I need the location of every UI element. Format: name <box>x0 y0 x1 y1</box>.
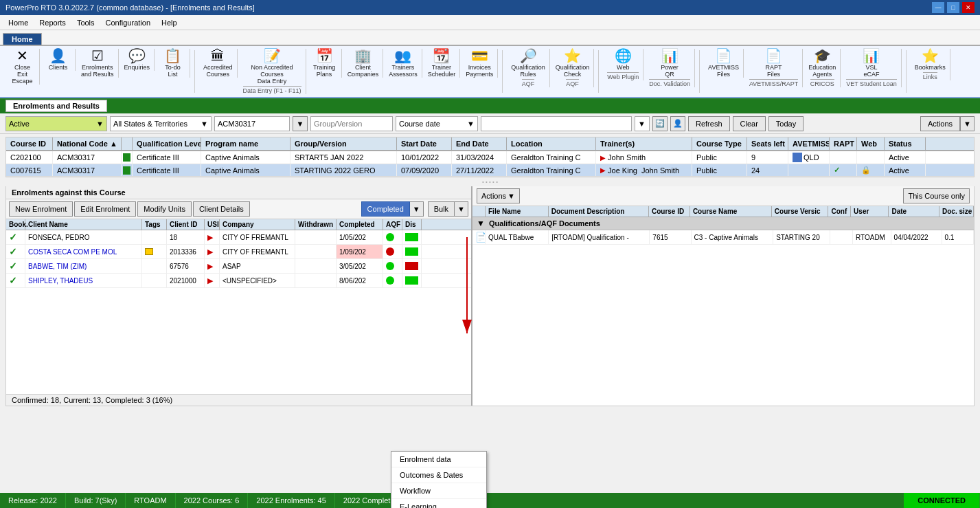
enr-col-clientid[interactable]: Client ID <box>167 219 205 230</box>
ribbon-group-qual-check[interactable]: ⭐ QualificationCheck AQF <box>551 49 595 87</box>
ribbon-group-todo[interactable]: 📋 To-doList <box>156 49 190 78</box>
col-course-type[interactable]: Course Type <box>692 137 747 150</box>
ribbon-tab-home[interactable]: Home <box>3 33 42 45</box>
enr-col-tags[interactable]: Tags <box>142 219 167 230</box>
enr-row-3[interactable]: ✓ BABWE, TIM (ZIM) 67576 ▶ ASAP 3/05/202 <box>6 259 471 274</box>
enr-col-completed[interactable]: Completed <box>337 219 383 230</box>
doc-col-coursename[interactable]: Course Name <box>690 206 772 217</box>
menu-item-elearning[interactable]: E-Learning <box>391 499 486 508</box>
modify-units-button[interactable]: Modify Units <box>137 201 192 217</box>
minimize-button[interactable]: — <box>932 2 944 13</box>
active-tab-enrolments[interactable]: Enrolments and Results <box>5 100 107 112</box>
doc-col-description[interactable]: Document Description <box>549 206 649 217</box>
enr-col-dis[interactable]: Dis <box>402 219 422 230</box>
ribbon-group-qual-rules[interactable]: 🔎 QualificationRules AQF <box>507 49 550 87</box>
new-enrolment-button[interactable]: New Enrolment <box>9 201 73 217</box>
col-national-code[interactable]: National Code ▲ <box>53 137 122 150</box>
completed-arrow[interactable]: ▼ <box>410 201 424 217</box>
ribbon-group-non-accredited[interactable]: 📝 Non AccreditedCoursesData Entry Data E… <box>239 49 306 94</box>
resize-handle[interactable]: • • • • • <box>0 177 980 186</box>
menu-item-outcomes[interactable]: Outcomes & Dates <box>391 467 486 483</box>
col-qual-level[interactable]: Qualification Level <box>133 137 201 150</box>
filter-icon[interactable]: ▼ <box>293 116 308 131</box>
enr-col-company[interactable]: Company <box>220 219 295 230</box>
ribbon-group-clients[interactable]: 👤 Clients <box>41 49 76 71</box>
group-version-input[interactable] <box>310 116 393 131</box>
enr-col-withdrawn[interactable]: Withdrawn <box>295 219 337 230</box>
col-start-date[interactable]: Start Date <box>397 137 452 150</box>
doc-group-expand-icon[interactable]: ▼ <box>477 219 485 228</box>
ribbon-group-client-companies[interactable]: 🏢 ClientCompanies <box>343 49 384 78</box>
grid-row-1[interactable]: C202100 ACM30317 Certificate III Captive… <box>6 151 974 164</box>
close-button[interactable]: ✕ <box>962 2 975 13</box>
col-status[interactable]: Status <box>885 137 926 150</box>
ribbon-group-power-qr[interactable]: 📊 PowerQR Doc. Validation <box>645 49 695 87</box>
bulk-button[interactable]: Bulk <box>428 201 455 217</box>
completed-button[interactable]: Completed <box>361 201 410 217</box>
col-course-id[interactable]: Course ID <box>6 137 53 150</box>
doc-col-filename[interactable]: File Name <box>486 206 549 217</box>
status-dropdown[interactable]: Active ▼ <box>5 116 107 131</box>
enr-row-4[interactable]: ✓ SHIPLEY, THADEUS 2021000 ▶ <UNSPECIFIE… <box>6 274 471 288</box>
enr-col-name[interactable]: Client Name <box>25 219 142 230</box>
ribbon-group-invoices[interactable]: 💳 InvoicesPayments <box>461 49 498 78</box>
refresh-button[interactable]: Refresh <box>688 116 730 131</box>
enr-col-book[interactable]: Book. <box>6 219 25 230</box>
col-seats-left[interactable]: Seats left <box>747 137 788 150</box>
course-date-dropdown[interactable]: Course date ▼ <box>396 116 478 131</box>
col-group-version[interactable]: Group/Version <box>290 137 397 150</box>
doc-row-1[interactable]: 📄 QUAL TBabwe [RTOADM] Qualification - 7… <box>472 230 974 245</box>
ribbon-group-accredited[interactable]: 🏛 AccreditedCourses <box>199 49 238 78</box>
doc-course-filter-button[interactable]: This Course only <box>903 188 970 203</box>
menu-tools[interactable]: Tools <box>71 17 100 28</box>
states-dropdown[interactable]: All States & Territories ▼ <box>110 116 212 131</box>
bulk-arrow[interactable]: ▼ <box>455 201 468 217</box>
doc-col-docsize[interactable]: Doc. size <box>939 206 974 217</box>
actions-button[interactable]: Actions <box>920 116 960 131</box>
ribbon-group-close[interactable]: ✕ CloseExitEscape <box>5 49 40 85</box>
actions-arrow[interactable]: ▼ <box>960 116 975 131</box>
ribbon-group-training-plans[interactable]: 📅 TrainingPlans <box>308 49 342 78</box>
ribbon-group-education[interactable]: 🎓 EducationAgents CRICOS <box>804 49 841 87</box>
col-avetmiss[interactable]: AVETMISS <box>788 137 830 150</box>
course-code-input[interactable] <box>214 116 290 131</box>
enr-col-usi[interactable]: USI <box>205 219 220 230</box>
ribbon-group-enquiries[interactable]: 💬 Enquiries <box>120 49 155 71</box>
date-range-input[interactable] <box>481 116 632 131</box>
grid-row-2[interactable]: C007615 ACM30317 Certificate III Captive… <box>6 164 974 177</box>
doc-col-courseversion[interactable]: Course Versic <box>772 206 829 217</box>
ribbon-group-vsl[interactable]: 📊 VSLeCAF VET Student Loan <box>842 49 901 87</box>
menu-home[interactable]: Home <box>3 17 34 28</box>
doc-col-user[interactable]: User <box>851 206 889 217</box>
enr-row-1[interactable]: ✓ FONSECA, PEDRO 18 ▶ CITY OF FREMANTL 1… <box>6 230 471 245</box>
ribbon-group-rapt[interactable]: 📄 RAPTFiles AVETMISS/RAPT <box>745 49 803 87</box>
doc-col-courseid[interactable]: Course ID <box>649 206 690 217</box>
user-icon[interactable]: 👤 <box>670 116 685 131</box>
date-range-dropdown[interactable]: ▼ <box>635 116 650 131</box>
today-button[interactable]: Today <box>768 116 804 131</box>
menu-reports[interactable]: Reports <box>34 17 71 28</box>
menu-item-enrolment-data[interactable]: Enrolment data <box>391 452 486 467</box>
edit-enrolment-button[interactable]: Edit Enrolment <box>74 201 136 217</box>
doc-col-conf[interactable]: Conf <box>828 206 851 217</box>
client-details-button[interactable]: Client Details <box>193 201 250 217</box>
enr-col-aqf[interactable]: AQF <box>383 219 402 230</box>
col-web[interactable]: Web <box>857 137 885 150</box>
ribbon-group-scheduler[interactable]: 📆 TrainerScheduler <box>424 49 461 78</box>
ribbon-group-enrolments[interactable]: ☑ Enrolmentsand Results <box>77 49 119 78</box>
menu-help[interactable]: Help <box>156 17 183 28</box>
menu-configuration[interactable]: Configuration <box>100 17 156 28</box>
ribbon-group-trainers[interactable]: 👥 TrainersAssessors <box>385 49 422 78</box>
col-end-date[interactable]: End Date <box>452 137 507 150</box>
menu-item-workflow[interactable]: Workflow <box>391 483 486 499</box>
col-trainers[interactable]: Trainer(s) <box>596 137 692 150</box>
ribbon-group-avetmiss[interactable]: 📄 AVETMISSFiles <box>704 49 744 78</box>
col-location[interactable]: Location <box>507 137 596 150</box>
col-rapt[interactable]: RAPT <box>830 137 857 150</box>
ribbon-group-bookmarks[interactable]: ⭐ Bookmarks Links <box>911 49 950 80</box>
doc-actions-button[interactable]: Actions ▼ <box>477 188 520 203</box>
clear-button[interactable]: Clear <box>733 116 766 131</box>
ribbon-group-web[interactable]: 🌐 Web Web Plugin <box>603 49 643 80</box>
enr-row-2[interactable]: ✓ COSTA SECA COM PE MOL 2013336 ▶ CITY O… <box>6 245 471 259</box>
doc-col-date[interactable]: Date <box>889 206 939 217</box>
